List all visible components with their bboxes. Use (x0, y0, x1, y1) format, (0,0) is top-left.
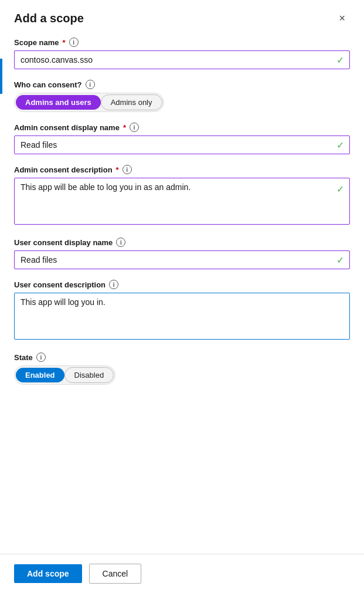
admin-consent-description-label: Admin consent description * i (14, 165, 350, 174)
scope-name-info-icon[interactable]: i (69, 38, 79, 47)
state-info-icon[interactable]: i (36, 353, 46, 362)
admin-consent-display-name-field: Admin consent display name * i ✓ (14, 123, 350, 154)
user-consent-display-name-input-wrapper: ✓ (14, 250, 350, 269)
scope-name-label: Scope name * i (14, 38, 350, 47)
state-label: State i (14, 353, 350, 362)
admin-consent-description-required: * (116, 165, 119, 174)
dialog-header: Add a scope × (0, 0, 364, 33)
dialog-body: Scope name * i ✓ Who can consent? i Admi… (0, 33, 364, 554)
user-consent-display-name-info-icon[interactable]: i (116, 238, 125, 247)
close-button[interactable]: × (334, 11, 350, 26)
state-field: State i Enabled Disabled (14, 353, 350, 385)
who-can-consent-toggle: Admins and users Admins only (14, 93, 164, 112)
admin-consent-display-name-label: Admin consent display name * i (14, 123, 350, 132)
add-scope-dialog: Add a scope × Scope name * i ✓ Who can c… (0, 0, 364, 593)
admin-consent-description-info-icon[interactable]: i (123, 165, 132, 174)
who-can-consent-label: Who can consent? i (14, 80, 350, 89)
toggle-enabled[interactable]: Enabled (16, 368, 64, 382)
dialog-footer: Add scope Cancel (0, 554, 364, 593)
scope-name-input[interactable] (14, 50, 350, 69)
toggle-admins-only[interactable]: Admins only (101, 94, 162, 110)
admin-consent-display-name-required: * (123, 123, 126, 132)
user-consent-description-wrapper: This app will log you in. (14, 293, 350, 342)
cancel-button[interactable]: Cancel (89, 564, 142, 584)
user-consent-description-input[interactable]: This app will log you in. (14, 293, 350, 340)
state-toggle: Enabled Disabled (14, 365, 115, 385)
admin-consent-display-name-input[interactable] (14, 135, 350, 154)
user-consent-description-field: User consent description i This app will… (14, 280, 350, 342)
admin-consent-description-input[interactable]: This app will be able to log you in as a… (14, 178, 350, 225)
user-consent-description-info-icon[interactable]: i (109, 280, 118, 289)
user-consent-display-name-label: User consent display name i (14, 238, 350, 247)
admin-consent-display-name-info-icon[interactable]: i (130, 123, 139, 132)
scope-name-required: * (63, 38, 66, 47)
scope-name-field: Scope name * i ✓ (14, 38, 350, 69)
left-accent-bar (0, 59, 2, 94)
who-can-consent-info-icon[interactable]: i (86, 80, 95, 89)
user-consent-display-name-input[interactable] (14, 250, 350, 269)
admin-consent-display-name-input-wrapper: ✓ (14, 135, 350, 154)
user-consent-description-label: User consent description i (14, 280, 350, 289)
admin-consent-description-field: Admin consent description * i This app w… (14, 165, 350, 227)
toggle-disabled[interactable]: Disabled (64, 367, 114, 383)
toggle-admins-and-users[interactable]: Admins and users (16, 95, 101, 110)
user-consent-display-name-field: User consent display name i ✓ (14, 238, 350, 269)
dialog-title: Add a scope (14, 12, 84, 25)
admin-consent-description-wrapper: This app will be able to log you in as a… (14, 178, 350, 227)
add-scope-button[interactable]: Add scope (14, 564, 82, 583)
scope-name-input-wrapper: ✓ (14, 50, 350, 69)
who-can-consent-field: Who can consent? i Admins and users Admi… (14, 80, 350, 112)
